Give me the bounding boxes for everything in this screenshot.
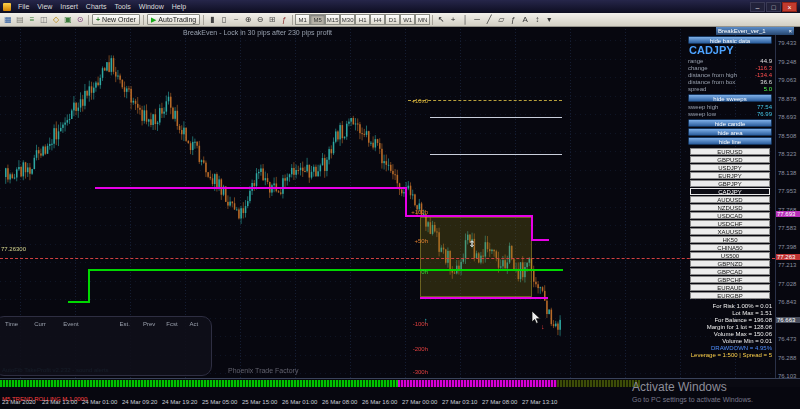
support-line-main[interactable] <box>88 269 563 271</box>
menu-view[interactable]: View <box>33 0 56 13</box>
hide-candle-button[interactable]: hide candle <box>688 119 772 127</box>
symbol-item-gbpchf[interactable]: GBPCHF <box>690 276 770 283</box>
indicator-window-titlebar[interactable]: BreakEven_ver_1 × <box>716 27 794 35</box>
symbol-item-euraud[interactable]: EURAUD <box>690 284 770 291</box>
menu-window[interactable]: Window <box>135 0 168 13</box>
range-mid-line[interactable] <box>430 154 562 155</box>
timeframe-m5[interactable]: M5 <box>310 14 325 25</box>
minimize-button[interactable]: – <box>750 2 765 12</box>
indicators-icon[interactable]: ƒ <box>278 14 290 25</box>
breakout-line-right[interactable] <box>531 239 549 241</box>
symbol-item-usdjpy[interactable]: USDJPY <box>690 164 770 171</box>
indicator-close-icon[interactable]: × <box>788 27 792 35</box>
time-label: 24 Mar 19:20 <box>162 399 197 405</box>
arrows-icon[interactable]: ↕ <box>531 14 543 25</box>
timeframe-m30[interactable]: M30 <box>340 14 355 25</box>
crosshair-icon[interactable]: + <box>447 14 459 25</box>
symbol-item-audusd[interactable]: AUDUSD <box>690 196 770 203</box>
timeframe-m15[interactable]: M15 <box>325 14 340 25</box>
vertical-line-icon[interactable]: │ <box>459 14 471 25</box>
menu-file[interactable]: File <box>14 0 33 13</box>
symbol-item-gbpcad[interactable]: GBPCAD <box>690 268 770 275</box>
trend-bearish-segment <box>398 380 557 387</box>
channel-icon[interactable]: ▱ <box>495 14 507 25</box>
terminal-icon[interactable]: ▣ <box>62 14 74 25</box>
buy-arrow-icon: ↑ <box>424 317 428 324</box>
chart-area[interactable]: BreakEven - Lock in 30 pips after 230 pi… <box>0 27 775 378</box>
hide-area-button[interactable]: hide area <box>688 128 772 136</box>
symbol-item-gbpnzd[interactable]: GBPNZD <box>690 260 770 267</box>
hide-basic-data-button[interactable]: hide basic data <box>688 36 772 44</box>
horizontal-line-icon[interactable]: ─ <box>471 14 483 25</box>
box-bottom-line[interactable] <box>420 297 548 299</box>
timeframe-d1[interactable]: D1 <box>385 14 400 25</box>
trendline-icon[interactable]: ╱ <box>483 14 495 25</box>
news-calendar-panel[interactable]: TimeCurrEventEst.PrevFcstAct <box>0 316 212 376</box>
consolidation-box[interactable] <box>420 217 532 297</box>
menu-tools[interactable]: Tools <box>110 0 134 13</box>
symbol-item-china50[interactable]: CHINA50 <box>690 244 770 251</box>
dropdown-icon[interactable]: ▾ <box>543 14 555 25</box>
menu-help[interactable]: Help <box>168 0 190 13</box>
calendar-col-curr: Curr <box>34 321 63 327</box>
range-high-line[interactable] <box>430 117 562 118</box>
symbol-item-cadjpy[interactable]: CADJPY <box>690 188 770 195</box>
timeframe-mn[interactable]: MN <box>415 14 430 25</box>
zoom-in-icon[interactable]: ⊕ <box>242 14 254 25</box>
symbol-item-eurjpy[interactable]: EURJPY <box>690 172 770 179</box>
symbol-item-hk50[interactable]: HK50 <box>690 236 770 243</box>
symbol-item-eurusd[interactable]: EURUSD <box>690 148 770 155</box>
fibonacci-icon[interactable]: ƒ <box>507 14 519 25</box>
hide-line-button[interactable]: hide line <box>688 137 772 145</box>
time-label: 24 Mar 09:20 <box>122 399 157 405</box>
breakout-line-mid[interactable] <box>405 215 533 217</box>
autotrading-button[interactable]: ▶ AutoTrading <box>147 14 200 25</box>
timeframe-h4[interactable]: H4 <box>370 14 385 25</box>
cursor-icon[interactable]: ↖ <box>435 14 447 25</box>
new-chart-icon[interactable]: ▦ <box>2 14 14 25</box>
price-label: 79.063 <box>778 77 796 83</box>
target-line[interactable] <box>408 100 562 101</box>
symbol-item-nzdusd[interactable]: NZDUSD <box>690 204 770 211</box>
price-axis[interactable]: 79.43379.24879.06378.87878.69378.50878.3… <box>775 27 800 378</box>
market-watch-icon[interactable]: ≡ <box>26 14 38 25</box>
support-line-step[interactable] <box>88 269 90 303</box>
menu-insert[interactable]: Insert <box>56 0 82 13</box>
navigator-icon[interactable]: ◇ <box>50 14 62 25</box>
maximize-button[interactable]: □ <box>766 2 781 12</box>
symbol-item-gbpusd[interactable]: GBPUSD <box>690 156 770 163</box>
timeframe-m1[interactable]: M1 <box>295 14 310 25</box>
new-order-button[interactable]: + New Order <box>92 14 140 25</box>
menu-charts[interactable]: Charts <box>82 0 111 13</box>
toolbar-separator <box>143 15 144 25</box>
calendar-col-time: Time <box>5 321 34 327</box>
price-label: 77.953 <box>778 188 796 194</box>
chart-bars-icon[interactable]: ▮ <box>206 14 218 25</box>
tile-windows-icon[interactable]: ⊞ <box>266 14 278 25</box>
symbol-item-usdcad[interactable]: USDCAD <box>690 212 770 219</box>
text-label-icon[interactable]: A <box>519 14 531 25</box>
zoom-out-icon[interactable]: ⊖ <box>254 14 266 25</box>
symbol-stats: range44.9change-116.3distance from high-… <box>688 58 772 93</box>
price-label: 77.213 <box>778 262 796 268</box>
symbol-item-eurgbp[interactable]: EURGBP <box>690 292 770 299</box>
symbol-item-usdchf[interactable]: USDCHF <box>690 220 770 227</box>
symbol-item-us500[interactable]: US500 <box>690 252 770 259</box>
chart-line-icon[interactable]: ~ <box>230 14 242 25</box>
chart-candles-icon[interactable]: ▯ <box>218 14 230 25</box>
hide-sweeps-button[interactable]: hide sweeps <box>688 94 772 102</box>
symbol-item-xauusd[interactable]: XAUUSD <box>690 228 770 235</box>
data-window-icon[interactable]: ◫ <box>38 14 50 25</box>
profiles-icon[interactable]: ▤ <box>14 14 26 25</box>
strategy-tester-icon[interactable]: ⊙ <box>74 14 86 25</box>
price-label: 78.508 <box>778 133 796 139</box>
breakout-line-step2[interactable] <box>531 215 533 241</box>
symbol-item-gbpjpy[interactable]: GBPJPY <box>690 180 770 187</box>
support-line-left[interactable] <box>68 301 89 303</box>
calendar-col-event: Event <box>63 321 119 327</box>
timeframe-h1[interactable]: H1 <box>355 14 370 25</box>
title-bar[interactable]: FileViewInsertChartsToolsWindowHelp – □ … <box>0 0 800 13</box>
close-button[interactable]: × <box>782 2 797 12</box>
breakout-line-top[interactable] <box>95 187 406 189</box>
timeframe-w1[interactable]: W1 <box>400 14 415 25</box>
